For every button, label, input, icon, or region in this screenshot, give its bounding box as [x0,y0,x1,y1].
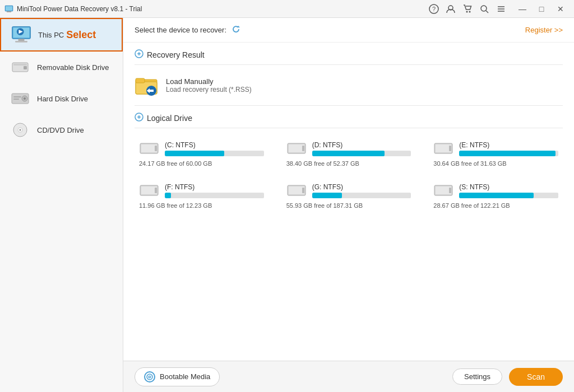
user-icon[interactable] [443,1,459,17]
svg-point-29 [20,129,21,131]
drive-bar-g [312,193,411,198]
svg-rect-21 [24,66,27,69]
close-button[interactable]: ✕ [552,0,570,18]
header-left: Select the device to recover: [135,24,241,36]
svg-point-8 [481,6,487,11]
drive-item-g[interactable]: (G: NTFS) 55.93 GB free of 187.31 GB [282,179,416,212]
drive-bar-f [165,193,264,198]
svg-rect-55 [155,188,157,193]
svg-point-64 [149,376,150,377]
drive-bar-fill-e [459,151,555,156]
drive-icon-e [433,141,453,156]
drive-bar-s [459,193,558,198]
svg-rect-60 [436,186,451,194]
cd-dvd-label: CD/DVD Drive [37,126,84,134]
svg-rect-26 [13,99,19,100]
select-label: Select [66,29,96,41]
drive-icon-f [139,183,159,198]
minimize-button[interactable]: — [513,0,531,18]
scroll-area: Recovery Result [123,43,574,361]
drive-item-c[interactable]: (C: NTFS) 24.17 GB free of 60.00 GB [135,137,269,170]
toolbar-icons: ? [426,1,509,17]
drive-free-f: 11.96 GB free of 12.23 GB [139,202,264,209]
drive-info-f: (F: NTFS) [165,183,264,198]
drive-info-c: (C: NTFS) [165,141,264,156]
drive-bar-c [165,151,264,156]
search-icon[interactable] [476,1,492,17]
logical-drive-section: Logical Drive (C: NTFS) [123,106,574,221]
bootable-media-button[interactable]: Bootable Media [135,367,220,386]
content-header: Select the device to recover: Register >… [123,18,574,43]
drive-free-e: 30.64 GB free of 31.63 GB [433,160,558,167]
drive-name-d: (D: NTFS) [312,141,411,149]
drive-bar-fill-c [165,151,224,156]
bottom-right: Settings Scan [452,368,563,386]
drive-free-d: 38.40 GB free of 52.37 GB [286,160,411,167]
sidebar-item-hard-disk[interactable]: Hard Disk Drive [0,83,123,114]
bootable-icon [144,371,155,382]
collapse-logical-icon[interactable] [135,113,144,123]
hard-disk-icon [9,90,31,108]
settings-button[interactable]: Settings [452,368,502,385]
window-controls: — □ ✕ [513,0,570,18]
refresh-icon[interactable] [231,24,241,36]
collapse-recovery-icon[interactable] [135,49,144,60]
recovery-result-header: Recovery Result [135,43,563,65]
drive-free-g: 55.93 GB free of 187.31 GB [286,202,411,209]
drive-icon-s [433,183,453,198]
drive-info-g: (G: NTFS) [312,183,411,198]
drive-top-c: (C: NTFS) [139,141,264,156]
scan-button[interactable]: Scan [509,368,563,386]
svg-rect-25 [13,96,21,97]
bottombar: Bootable Media Settings Scan [123,361,574,392]
svg-line-9 [486,11,488,13]
svg-point-24 [24,97,26,100]
sidebar-item-cd-dvd[interactable]: CD/DVD Drive [0,114,123,146]
app-body: This PC Select Removable Disk Drive [0,18,574,392]
drive-icon-g [286,183,307,198]
removable-disk-icon [9,58,31,76]
drive-item-e[interactable]: (E: NTFS) 30.64 GB free of 31.63 GB [429,137,563,170]
maximize-button[interactable]: □ [533,0,550,18]
svg-rect-48 [289,144,304,152]
drive-item-d[interactable]: (D: NTFS) 38.40 GB free of 52.37 GB [282,137,416,170]
svg-marker-38 [149,90,154,92]
menu-icon[interactable] [493,1,509,17]
titlebar: MiniTool Power Data Recovery v8.1 - Tria… [0,0,574,18]
logical-drive-header: Logical Drive [135,106,563,128]
svg-rect-46 [155,146,157,151]
drive-name-f: (F: NTFS) [165,183,264,191]
drive-name-g: (G: NTFS) [312,183,411,191]
drive-item-f[interactable]: (F: NTFS) 11.96 GB free of 12.23 GB [135,179,269,212]
this-pc-label: This PC [38,31,64,39]
drive-name-e: (E: NTFS) [459,141,558,149]
svg-rect-20 [13,64,27,66]
scan-label: Scan [527,372,545,381]
svg-rect-15 [18,39,25,41]
drive-top-g: (G: NTFS) [286,183,411,198]
drive-bar-fill-s [459,193,534,198]
svg-text:?: ? [432,6,436,12]
drive-top-d: (D: NTFS) [286,141,411,156]
cart-icon[interactable] [460,1,475,17]
help-icon[interactable]: ? [426,1,442,17]
this-pc-icon [10,26,33,44]
sidebar-item-removable-disk[interactable]: Removable Disk Drive [0,52,123,83]
svg-rect-58 [302,188,304,193]
svg-rect-45 [141,144,157,152]
drive-info-e: (E: NTFS) [459,141,558,156]
load-manually-text: Load Manually Load recovery result (*.RS… [166,77,252,94]
register-link[interactable]: Register >> [525,26,563,34]
sidebar-item-this-pc[interactable]: This PC Select [0,18,123,52]
drive-free-c: 24.17 GB free of 60.00 GB [139,160,264,167]
drive-icon-c [139,141,159,156]
drive-item-s[interactable]: (S: NTFS) 28.67 GB free of 122.21 GB [429,179,563,212]
load-manually-area[interactable]: Load Manually Load recovery result (*.RS… [123,65,574,105]
settings-label: Settings [464,372,490,381]
svg-rect-54 [141,186,157,194]
drive-bar-fill-d [312,151,385,156]
drive-name-s: (S: NTFS) [459,183,558,191]
drive-info-d: (D: NTFS) [312,141,411,156]
logical-drive-title: Logical Drive [147,114,192,123]
svg-point-7 [469,11,471,12]
